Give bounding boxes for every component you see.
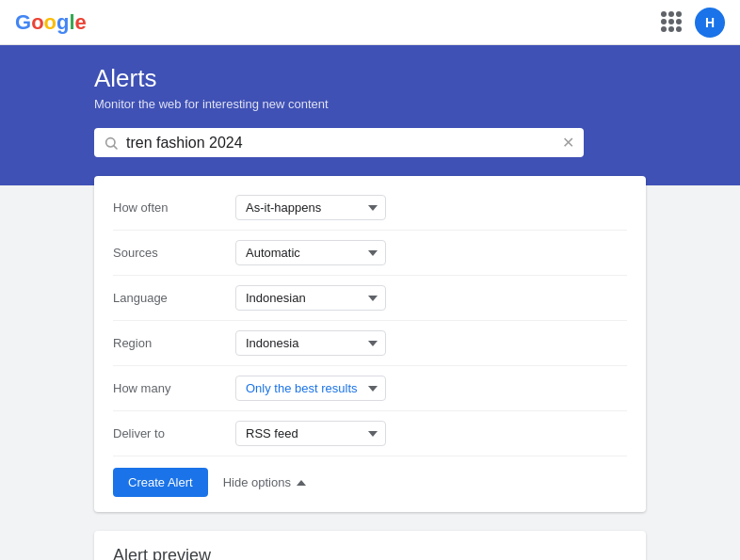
option-row-how-many: How many Only the best results bbox=[113, 366, 627, 411]
top-bar: Google H bbox=[0, 0, 740, 45]
deliver-to-select[interactable]: RSS feed bbox=[235, 421, 386, 446]
logo-g2: g bbox=[56, 10, 69, 35]
alert-preview: Alert preview NEWS Jangan Lewatkan! 6 Tr… bbox=[94, 531, 646, 560]
how-often-select[interactable]: As-it-happens bbox=[235, 195, 386, 220]
how-many-label: How many bbox=[113, 381, 235, 395]
google-logo: Google bbox=[15, 10, 87, 35]
preview-title: Alert preview bbox=[113, 546, 627, 560]
language-select[interactable]: Indonesian bbox=[235, 285, 386, 311]
grid-dot bbox=[661, 19, 667, 24]
search-input[interactable] bbox=[126, 135, 562, 152]
region-select[interactable]: Indonesia bbox=[235, 330, 386, 356]
search-box: ✕ bbox=[94, 128, 584, 157]
main-content: How often As-it-happens Sources Automati… bbox=[0, 176, 740, 560]
language-label: Language bbox=[113, 291, 235, 305]
grid-dot bbox=[668, 19, 674, 24]
option-row-deliver-to: Deliver to RSS feed bbox=[113, 411, 627, 456]
hide-options-label: Hide options bbox=[223, 475, 291, 489]
grid-dot bbox=[668, 26, 674, 32]
grid-dot bbox=[661, 26, 667, 32]
option-row-language: Language Indonesian bbox=[113, 276, 627, 321]
logo-o2: o bbox=[44, 10, 56, 35]
how-often-label: How often bbox=[113, 200, 235, 215]
search-icon bbox=[104, 136, 119, 151]
logo-e: e bbox=[75, 10, 87, 35]
apps-icon[interactable] bbox=[661, 11, 684, 34]
option-row-region: Region Indonesia bbox=[113, 321, 627, 366]
option-row-how-often: How often As-it-happens bbox=[113, 185, 627, 231]
user-avatar[interactable]: H bbox=[695, 8, 725, 38]
options-panel: How often As-it-happens Sources Automati… bbox=[94, 176, 646, 512]
header-section: Alerts Monitor the web for interesting n… bbox=[0, 45, 740, 185]
create-alert-button[interactable]: Create Alert bbox=[113, 468, 208, 497]
sources-select[interactable]: Automatic bbox=[235, 240, 386, 265]
top-bar-right: H bbox=[661, 8, 725, 38]
hide-options-button[interactable]: Hide options bbox=[223, 475, 306, 489]
how-many-select[interactable]: Only the best results bbox=[235, 376, 386, 401]
grid-dot bbox=[676, 19, 682, 24]
option-row-sources: Sources Automatic bbox=[113, 231, 627, 276]
grid-dot bbox=[676, 26, 682, 32]
buttons-row: Create Alert Hide options bbox=[113, 468, 627, 497]
deliver-to-label: Deliver to bbox=[113, 426, 235, 440]
svg-line-1 bbox=[114, 146, 117, 149]
sources-label: Sources bbox=[113, 246, 235, 260]
page-title: Alerts bbox=[94, 64, 646, 93]
up-arrow-icon bbox=[297, 480, 306, 486]
region-label: Region bbox=[113, 336, 235, 350]
grid-dot bbox=[661, 11, 667, 17]
grid-dot bbox=[676, 11, 682, 17]
page-subtitle: Monitor the web for interesting new cont… bbox=[94, 97, 646, 111]
grid-dot bbox=[668, 11, 674, 17]
clear-icon[interactable]: ✕ bbox=[562, 134, 574, 152]
logo-o1: o bbox=[31, 10, 43, 35]
logo-g: G bbox=[15, 10, 31, 35]
